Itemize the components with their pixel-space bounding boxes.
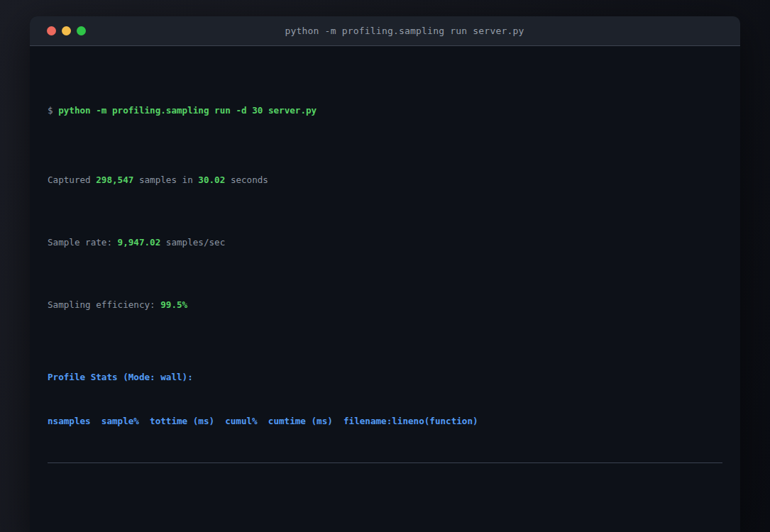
terminal-window: python -m profiling.sampling run server.… (30, 16, 740, 532)
close-button[interactable] (47, 26, 56, 35)
captured-mid-label: samples in (139, 174, 193, 185)
captured-seconds-value: 30.02 (198, 174, 225, 185)
table-header: nsamples sample% tottime (ms) cumul% cum… (48, 414, 722, 428)
terminal-output[interactable]: $ python -m profiling.sampling run -d 30… (30, 46, 740, 532)
efficiency-line: Sampling efficiency: 99.5% (48, 298, 722, 312)
efficiency-value: 99.5% (160, 299, 187, 310)
captured-unit-label: seconds (231, 174, 268, 185)
titlebar[interactable]: python -m profiling.sampling run server.… (30, 16, 740, 46)
sample-rate-line: Sample rate: 9,947.02 samples/sec (48, 235, 722, 250)
captured-label: Captured (48, 174, 91, 185)
window-controls (47, 26, 86, 35)
rate-unit: samples/sec (166, 237, 225, 248)
efficiency-label: Sampling efficiency: (48, 299, 155, 310)
profile-stats-title: Profile Stats (Mode: wall): (48, 370, 722, 384)
minimize-button[interactable] (62, 26, 71, 35)
profile-table: 12847/892344.31284.70029.98923.400server… (48, 516, 722, 532)
table-header-divider (48, 462, 722, 463)
desktop-background: python -m profiling.sampling run server.… (0, 0, 770, 532)
rate-value: 9,947.02 (118, 237, 161, 248)
captured-samples-value: 298,547 (96, 174, 133, 185)
shell-prompt: $ (48, 105, 53, 116)
command-line: $ python -m profiling.sampling run -d 30… (48, 104, 722, 118)
maximize-button[interactable] (77, 26, 86, 35)
rate-label: Sample rate: (48, 237, 112, 248)
window-title: python -m profiling.sampling run server.… (86, 26, 723, 36)
command-text: python -m profiling.sampling run -d 30 s… (58, 105, 317, 116)
captured-line: Captured 298,547 samples in 30.02 second… (48, 173, 722, 187)
